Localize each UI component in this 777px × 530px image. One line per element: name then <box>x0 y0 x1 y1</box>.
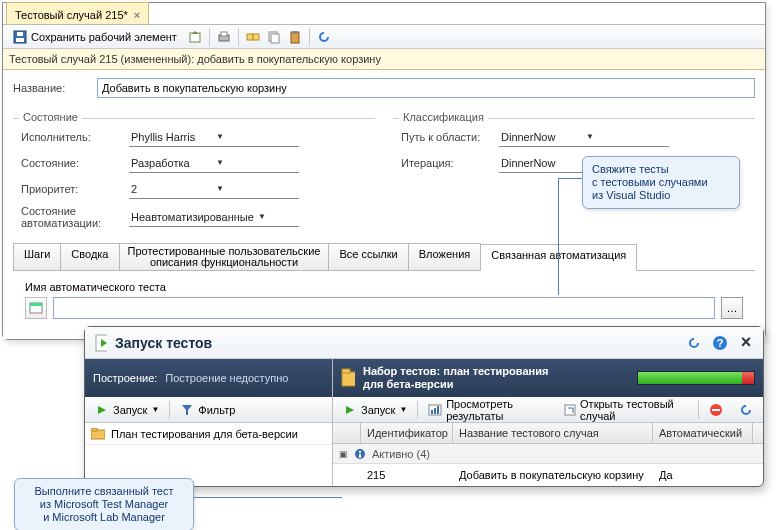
group-label: Активно (4) <box>372 448 430 460</box>
automation-name-label: Имя автоматического теста <box>25 281 743 293</box>
document-tab-bar: Тестовый случай 215* × <box>3 3 765 25</box>
svg-marker-19 <box>182 405 192 415</box>
callout-connector <box>558 178 582 179</box>
filter-label: Фильтр <box>198 404 235 416</box>
view-results-button[interactable]: Просмотреть результаты <box>422 400 554 420</box>
svg-rect-6 <box>247 34 253 40</box>
chevron-down-icon: ▼ <box>399 405 407 414</box>
plan-item-label: План тестирования для бета-версии <box>111 428 298 440</box>
suite-icon <box>341 371 355 385</box>
col-auto[interactable]: Автоматический <box>653 423 753 443</box>
runner-right-pane: Набор тестов: план тестирования для бета… <box>333 359 763 486</box>
save-button[interactable]: Сохранить рабочий элемент <box>7 28 183 46</box>
callout-connector <box>194 497 342 498</box>
toolbar-print-icon[interactable] <box>215 28 233 46</box>
svg-marker-18 <box>98 406 106 414</box>
open-case-button[interactable]: Открыть тестовый случай <box>558 400 694 420</box>
svg-rect-13 <box>30 303 42 306</box>
priority-select[interactable]: 2▼ <box>129 179 299 199</box>
filter-icon <box>180 403 194 417</box>
svg-rect-23 <box>342 369 350 373</box>
suite-title: Набор тестов: план тестирования для бета… <box>363 365 629 391</box>
chevron-down-icon: ▼ <box>214 184 299 193</box>
progress-pass <box>638 372 742 384</box>
runner-title: Запуск тестов <box>115 335 677 351</box>
tab-tested-stories[interactable]: Протестированные пользовательские описан… <box>119 243 330 270</box>
toolbar-copy-icon[interactable] <box>265 28 283 46</box>
assignee-select[interactable]: Phyllis Harris▼ <box>129 127 299 147</box>
run-label: Запуск <box>113 404 147 416</box>
svg-rect-22 <box>342 372 355 386</box>
progress-bar <box>637 371 755 385</box>
name-input[interactable] <box>97 78 755 98</box>
svg-rect-11 <box>293 31 297 34</box>
close-icon[interactable]: × <box>737 334 755 352</box>
folder-icon <box>91 427 105 441</box>
close-tab-icon[interactable]: × <box>134 9 140 21</box>
refresh-icon[interactable] <box>685 334 703 352</box>
tab-all-links[interactable]: Все ссылки <box>328 243 408 270</box>
iteration-label: Итерация: <box>401 157 499 169</box>
svg-rect-26 <box>431 410 433 414</box>
block-button[interactable] <box>703 400 729 420</box>
svg-rect-34 <box>359 454 361 458</box>
test-plan-item[interactable]: План тестирования для бета-версии <box>85 423 332 445</box>
toolbar-paste-icon[interactable] <box>286 28 304 46</box>
areapath-label: Путь к области: <box>401 131 499 143</box>
priority-value: 2 <box>129 183 214 195</box>
autostate-label: Состояние автоматизации: <box>21 205 129 229</box>
runner-left-pane: Построение: Построение недоступно Запуск… <box>85 359 333 486</box>
play-icon <box>343 403 357 417</box>
name-label: Название: <box>13 82 97 94</box>
areapath-select[interactable]: DinnerNow▼ <box>499 127 669 147</box>
run-dropdown-left[interactable]: Запуск▼ <box>89 400 165 420</box>
tab-steps[interactable]: Шаги <box>13 243 61 270</box>
state-value: Разработка <box>129 157 214 169</box>
automation-type-icon <box>25 297 47 319</box>
runner-header: Запуск тестов ? × <box>85 327 763 359</box>
build-value: Построение недоступно <box>165 372 288 384</box>
automation-name-input[interactable] <box>53 297 715 319</box>
results-header: Идентификатор Название тестового случая … <box>333 423 763 444</box>
editor-toolbar: Сохранить рабочий элемент <box>3 25 765 49</box>
save-icon <box>13 30 27 44</box>
run-label: Запуск <box>361 404 395 416</box>
result-row[interactable]: 215 Добавить в покупательскую корзину Да <box>333 464 763 486</box>
iteration-value: DinnerNow <box>499 157 584 169</box>
autostate-select[interactable]: Неавтоматизированные▼ <box>129 207 299 227</box>
col-id[interactable]: Идентификатор <box>361 423 453 443</box>
tab-body-automation: Имя автоматического теста … <box>13 271 755 333</box>
callout-run-from-mtm: Выполните связанный тест из Microsoft Te… <box>14 478 194 530</box>
svg-rect-2 <box>17 32 23 36</box>
tab-summary[interactable]: Сводка <box>60 243 119 270</box>
block-icon <box>709 403 723 417</box>
toolbar-refresh-icon[interactable] <box>315 28 333 46</box>
reset-button[interactable] <box>733 400 759 420</box>
toolbar-link-icon[interactable] <box>244 28 262 46</box>
chevron-down-icon: ▼ <box>256 212 299 221</box>
browse-automation-button[interactable]: … <box>721 297 743 319</box>
tab-attachments[interactable]: Вложения <box>408 243 482 270</box>
toolbar-export-icon[interactable] <box>186 28 204 46</box>
svg-rect-7 <box>253 34 259 40</box>
autostate-value: Неавтоматизированные <box>129 211 256 223</box>
state-select[interactable]: Разработка▼ <box>129 153 299 173</box>
svg-rect-3 <box>190 33 200 42</box>
help-icon[interactable]: ? <box>711 334 729 352</box>
cell-id: 215 <box>361 469 453 481</box>
document-tab[interactable]: Тестовый случай 215* × <box>6 2 149 24</box>
svg-marker-24 <box>346 406 354 414</box>
svg-rect-33 <box>359 451 361 453</box>
filter-button[interactable]: Фильтр <box>174 400 241 420</box>
chevron-down-icon: ▼ <box>584 132 669 141</box>
group-row-active[interactable]: ▣ Активно (4) <box>333 444 763 464</box>
results-icon <box>428 403 442 417</box>
svg-rect-21 <box>91 428 97 431</box>
run-dropdown-right[interactable]: Запуск▼ <box>337 400 413 420</box>
assignee-value: Phyllis Harris <box>129 131 214 143</box>
collapse-icon: ▣ <box>339 449 348 459</box>
callout-connector <box>558 178 559 295</box>
svg-rect-9 <box>271 34 279 43</box>
col-name[interactable]: Название тестового случая <box>453 423 653 443</box>
callout-link-tests: Свяжите тесты с тестовыми случаями из Vi… <box>582 156 740 209</box>
